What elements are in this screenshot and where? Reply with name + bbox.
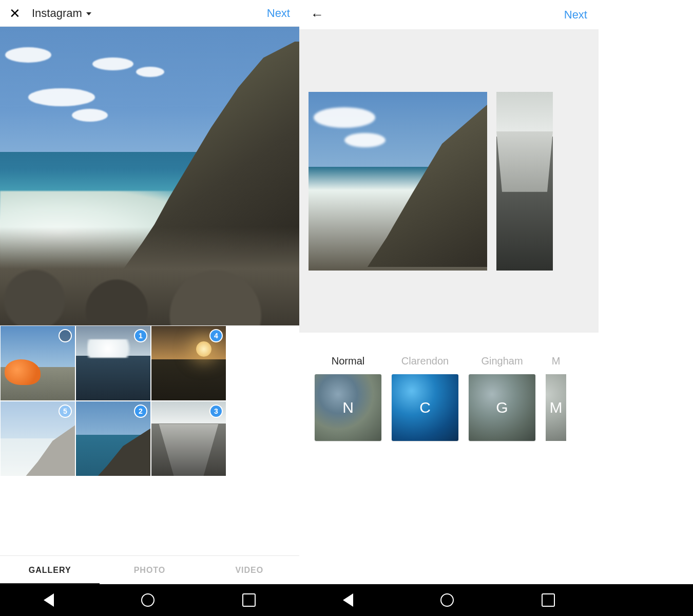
filter-thumb: N [315, 374, 381, 441]
gallery-grid: 1 4 5 2 3 [0, 325, 299, 476]
gallery-thumb[interactable] [1, 326, 75, 400]
back-arrow-icon[interactable]: ← [311, 7, 324, 23]
nav-home-icon[interactable] [141, 593, 155, 607]
filter-more[interactable]: M M [546, 355, 566, 441]
mode-tabs: GALLERY PHOTO VIDEO [0, 555, 299, 584]
gallery-thumb[interactable]: 5 [1, 401, 75, 476]
carousel-photo[interactable] [309, 92, 487, 271]
tab-gallery[interactable]: GALLERY [0, 556, 100, 584]
filter-label: Clarendon [401, 355, 449, 367]
source-title: Instagram [32, 7, 82, 20]
filter-label: M [546, 355, 566, 367]
filter-label: Gingham [481, 355, 523, 367]
nav-home-icon[interactable] [440, 593, 454, 607]
screen-gallery-picker: ✕ Instagram Next 1 [0, 0, 299, 584]
android-nav-bar [0, 584, 693, 616]
selection-badge: 3 [209, 405, 223, 418]
tab-video[interactable]: VIDEO [200, 556, 299, 584]
chevron-down-icon [86, 12, 91, 15]
photo-carousel[interactable] [299, 30, 599, 333]
gallery-thumb[interactable]: 1 [76, 326, 150, 400]
selection-badge: 4 [209, 329, 223, 342]
nav-recents-icon[interactable] [542, 593, 555, 607]
selection-badge: 5 [59, 405, 72, 418]
nav-back-icon[interactable] [44, 593, 54, 607]
selection-badge [59, 329, 72, 342]
filter-thumb: G [469, 374, 535, 441]
filter-label: Normal [332, 355, 364, 367]
next-button[interactable]: Next [564, 8, 587, 22]
tab-photo[interactable]: PHOTO [100, 556, 199, 584]
filter-clarendon[interactable]: Clarendon C [392, 355, 458, 441]
header: ✕ Instagram Next [0, 0, 299, 27]
selected-photo-preview[interactable] [0, 27, 299, 325]
nav-recents-icon[interactable] [242, 593, 256, 607]
next-button[interactable]: Next [267, 7, 290, 20]
source-dropdown[interactable]: Instagram [32, 7, 91, 20]
gallery-thumb[interactable]: 3 [151, 401, 226, 476]
carousel-photo[interactable] [496, 92, 553, 271]
screen-filter-picker: ← Next Normal N Clarendon [299, 0, 599, 584]
gallery-thumb[interactable]: 2 [76, 401, 150, 476]
nav-back-icon[interactable] [343, 593, 353, 607]
selection-badge: 1 [134, 329, 147, 342]
filter-thumb: M [546, 374, 566, 441]
filter-gingham[interactable]: Gingham G [469, 355, 535, 441]
header: ← Next [299, 0, 599, 30]
filter-normal[interactable]: Normal N [315, 355, 381, 441]
gallery-thumb[interactable]: 4 [151, 326, 226, 400]
selection-badge: 2 [134, 405, 147, 418]
filter-strip: Normal N Clarendon C Gingham G M M [299, 333, 599, 584]
close-icon[interactable]: ✕ [9, 7, 21, 20]
filter-thumb: C [392, 374, 458, 441]
